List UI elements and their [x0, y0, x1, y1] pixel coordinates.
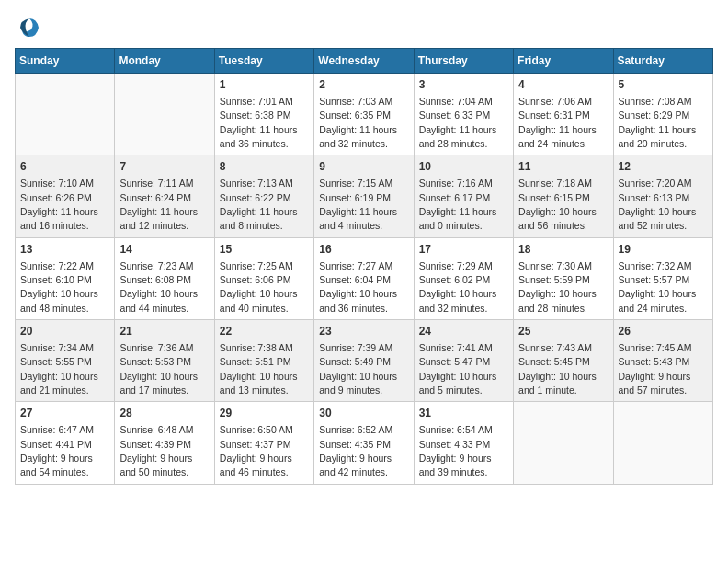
calendar-cell: 16Sunrise: 7:27 AMSunset: 6:04 PMDayligh… [314, 237, 414, 319]
calendar-cell: 17Sunrise: 7:29 AMSunset: 6:02 PMDayligh… [414, 237, 513, 319]
calendar-cell: 28Sunrise: 6:48 AMSunset: 4:39 PMDayligh… [115, 402, 214, 484]
day-number: 26 [619, 324, 708, 339]
calendar-cell [16, 74, 115, 155]
day-number: 5 [619, 77, 708, 93]
calendar-cell: 18Sunrise: 7:30 AMSunset: 5:59 PMDayligh… [514, 237, 613, 319]
day-number: 2 [319, 77, 408, 93]
cell-info: Sunrise: 7:38 AMSunset: 5:51 PMDaylight:… [220, 342, 298, 396]
cell-info: Sunrise: 7:41 AMSunset: 5:47 PMDaylight:… [419, 342, 497, 396]
cell-info: Sunrise: 7:18 AMSunset: 6:15 PMDaylight:… [518, 178, 597, 231]
day-number: 29 [220, 406, 309, 421]
cell-info: Sunrise: 7:10 AMSunset: 6:26 PMDaylight:… [20, 178, 98, 231]
calendar-cell [514, 402, 613, 484]
calendar-cell: 26Sunrise: 7:45 AMSunset: 5:43 PMDayligh… [613, 320, 712, 402]
cell-info: Sunrise: 6:52 AMSunset: 4:35 PMDaylight:… [319, 424, 392, 477]
calendar-cell [115, 74, 214, 155]
day-number: 21 [119, 324, 209, 339]
cell-info: Sunrise: 7:01 AMSunset: 6:38 PMDaylight:… [220, 96, 298, 149]
calendar-cell: 12Sunrise: 7:20 AMSunset: 6:13 PMDayligh… [613, 155, 712, 237]
cell-info: Sunrise: 7:39 AMSunset: 5:49 PMDaylight:… [319, 342, 397, 396]
cell-info: Sunrise: 6:48 AMSunset: 4:39 PMDaylight:… [119, 424, 193, 477]
calendar-cell: 5Sunrise: 7:08 AMSunset: 6:29 PMDaylight… [613, 74, 712, 155]
cell-info: Sunrise: 7:23 AMSunset: 6:08 PMDaylight:… [119, 260, 198, 314]
cell-info: Sunrise: 7:25 AMSunset: 6:06 PMDaylight:… [220, 260, 298, 314]
day-header-friday: Friday [514, 49, 613, 74]
day-number: 23 [319, 324, 408, 339]
cell-info: Sunrise: 7:13 AMSunset: 6:22 PMDaylight:… [220, 178, 298, 231]
day-number: 27 [20, 406, 109, 421]
cell-info: Sunrise: 7:29 AMSunset: 6:02 PMDaylight:… [419, 260, 497, 314]
calendar-cell: 19Sunrise: 7:32 AMSunset: 5:57 PMDayligh… [613, 237, 712, 319]
cell-info: Sunrise: 7:45 AMSunset: 5:43 PMDaylight:… [619, 342, 692, 396]
calendar-cell: 27Sunrise: 6:47 AMSunset: 4:41 PMDayligh… [16, 402, 115, 484]
calendar-cell: 8Sunrise: 7:13 AMSunset: 6:22 PMDaylight… [214, 155, 313, 237]
calendar-cell: 31Sunrise: 6:54 AMSunset: 4:33 PMDayligh… [414, 402, 513, 484]
calendar-week-1: 1Sunrise: 7:01 AMSunset: 6:38 PMDaylight… [16, 74, 713, 155]
calendar-week-5: 27Sunrise: 6:47 AMSunset: 4:41 PMDayligh… [16, 402, 713, 484]
day-number: 18 [518, 242, 608, 258]
calendar-cell: 15Sunrise: 7:25 AMSunset: 6:06 PMDayligh… [214, 237, 313, 319]
calendar-cell: 2Sunrise: 7:03 AMSunset: 6:35 PMDaylight… [314, 74, 414, 155]
day-number: 10 [419, 159, 508, 175]
day-number: 28 [119, 406, 209, 421]
day-number: 31 [419, 406, 508, 421]
day-header-thursday: Thursday [414, 49, 513, 74]
cell-info: Sunrise: 7:27 AMSunset: 6:04 PMDaylight:… [319, 260, 397, 314]
day-number: 14 [119, 242, 209, 258]
calendar-cell: 20Sunrise: 7:34 AMSunset: 5:55 PMDayligh… [16, 320, 115, 402]
calendar-cell: 10Sunrise: 7:16 AMSunset: 6:17 PMDayligh… [414, 155, 513, 237]
calendar-cell: 6Sunrise: 7:10 AMSunset: 6:26 PMDaylight… [16, 155, 115, 237]
day-number: 7 [119, 159, 209, 175]
day-number: 11 [518, 159, 608, 175]
calendar-cell: 21Sunrise: 7:36 AMSunset: 5:53 PMDayligh… [115, 320, 214, 402]
day-header-tuesday: Tuesday [214, 49, 313, 74]
calendar-cell: 9Sunrise: 7:15 AMSunset: 6:19 PMDaylight… [314, 155, 414, 237]
calendar-cell: 25Sunrise: 7:43 AMSunset: 5:45 PMDayligh… [514, 320, 613, 402]
day-number: 6 [20, 159, 109, 175]
cell-info: Sunrise: 7:06 AMSunset: 6:31 PMDaylight:… [518, 96, 597, 149]
cell-info: Sunrise: 7:03 AMSunset: 6:35 PMDaylight:… [319, 96, 397, 149]
calendar-cell [613, 402, 712, 484]
day-header-monday: Monday [115, 49, 214, 74]
day-number: 22 [220, 324, 309, 339]
day-number: 20 [20, 324, 109, 339]
day-number: 24 [419, 324, 508, 339]
day-number: 16 [319, 242, 408, 258]
calendar-cell: 14Sunrise: 7:23 AMSunset: 6:08 PMDayligh… [115, 237, 214, 319]
day-number: 15 [220, 242, 309, 258]
cell-info: Sunrise: 7:20 AMSunset: 6:13 PMDaylight:… [619, 178, 697, 231]
calendar-cell: 23Sunrise: 7:39 AMSunset: 5:49 PMDayligh… [314, 320, 414, 402]
calendar-cell: 1Sunrise: 7:01 AMSunset: 6:38 PMDaylight… [214, 74, 313, 155]
cell-info: Sunrise: 7:11 AMSunset: 6:24 PMDaylight:… [119, 178, 198, 231]
calendar-header-row: SundayMondayTuesdayWednesdayThursdayFrid… [16, 49, 713, 74]
day-header-sunday: Sunday [16, 49, 115, 74]
cell-info: Sunrise: 6:50 AMSunset: 4:37 PMDaylight:… [220, 424, 293, 477]
calendar-cell: 24Sunrise: 7:41 AMSunset: 5:47 PMDayligh… [414, 320, 513, 402]
day-number: 13 [20, 242, 109, 258]
cell-info: Sunrise: 7:32 AMSunset: 5:57 PMDaylight:… [619, 260, 697, 314]
day-number: 4 [518, 77, 608, 93]
day-number: 30 [319, 406, 408, 421]
calendar-cell: 30Sunrise: 6:52 AMSunset: 4:35 PMDayligh… [314, 402, 414, 484]
cell-info: Sunrise: 6:47 AMSunset: 4:41 PMDaylight:… [20, 424, 94, 477]
cell-info: Sunrise: 7:15 AMSunset: 6:19 PMDaylight:… [319, 178, 397, 231]
cell-info: Sunrise: 7:43 AMSunset: 5:45 PMDaylight:… [518, 342, 597, 396]
calendar-cell: 29Sunrise: 6:50 AMSunset: 4:37 PMDayligh… [214, 402, 313, 484]
cell-info: Sunrise: 6:54 AMSunset: 4:33 PMDaylight:… [419, 424, 493, 477]
cell-info: Sunrise: 7:30 AMSunset: 5:59 PMDaylight:… [518, 260, 597, 314]
cell-info: Sunrise: 7:16 AMSunset: 6:17 PMDaylight:… [419, 178, 497, 231]
day-number: 17 [419, 242, 508, 258]
day-number: 9 [319, 159, 408, 175]
calendar: SundayMondayTuesdayWednesdayThursdayFrid… [15, 48, 713, 485]
calendar-week-4: 20Sunrise: 7:34 AMSunset: 5:55 PMDayligh… [16, 320, 713, 402]
calendar-cell: 11Sunrise: 7:18 AMSunset: 6:15 PMDayligh… [514, 155, 613, 237]
calendar-cell: 7Sunrise: 7:11 AMSunset: 6:24 PMDaylight… [115, 155, 214, 237]
cell-info: Sunrise: 7:34 AMSunset: 5:55 PMDaylight:… [20, 342, 98, 396]
calendar-cell: 4Sunrise: 7:06 AMSunset: 6:31 PMDaylight… [514, 74, 613, 155]
calendar-cell: 22Sunrise: 7:38 AMSunset: 5:51 PMDayligh… [214, 320, 313, 402]
logo-icon [17, 15, 42, 40]
logo [15, 15, 42, 40]
day-number: 25 [518, 324, 608, 339]
calendar-week-3: 13Sunrise: 7:22 AMSunset: 6:10 PMDayligh… [16, 237, 713, 319]
day-header-wednesday: Wednesday [314, 49, 414, 74]
